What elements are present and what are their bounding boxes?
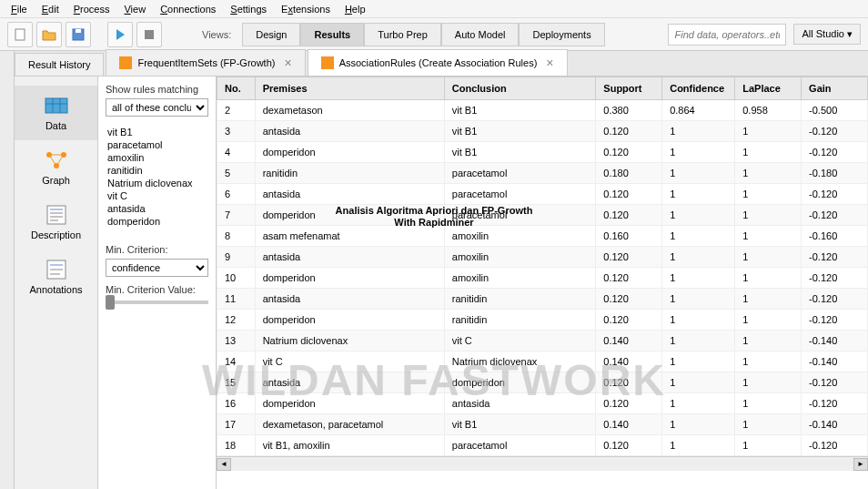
studio-dropdown[interactable]: All Studio ▾ xyxy=(793,24,861,45)
cell-support: 0.140 xyxy=(596,414,662,435)
table-row[interactable]: 14vit CNatrium diclovenax0.14011-0.140 xyxy=(217,351,868,372)
list-item[interactable]: domperidon xyxy=(107,215,207,228)
table-row[interactable]: 15antasidadomperidon0.12011-0.120 xyxy=(217,372,868,393)
graph-icon xyxy=(42,149,71,171)
menu-connections[interactable]: Connections xyxy=(153,2,223,16)
cell-confidence: 1 xyxy=(662,247,735,268)
list-item[interactable]: vit B1 xyxy=(107,126,207,138)
list-item[interactable]: paracetamol xyxy=(107,138,207,151)
view-turbo-prep[interactable]: Turbo Prep xyxy=(364,23,441,46)
annotations-icon xyxy=(42,259,71,280)
view-design[interactable]: Design xyxy=(242,23,300,46)
menu-process[interactable]: Process xyxy=(66,2,117,16)
document-icon xyxy=(13,27,27,42)
cell-conclusion: paracetamol xyxy=(444,205,596,226)
cell-conclusion: paracetamol xyxy=(444,435,596,456)
cell-laplace: 0.958 xyxy=(735,100,802,121)
cell-conclusion: vit B1 xyxy=(444,121,596,142)
menu-help[interactable]: Help xyxy=(338,2,373,16)
view-deployments[interactable]: Deployments xyxy=(519,23,604,46)
tab-result-history[interactable]: Result History xyxy=(15,53,104,76)
new-button[interactable] xyxy=(7,22,33,47)
slider-thumb[interactable] xyxy=(106,295,115,310)
min-criterion-select[interactable]: confidence xyxy=(106,259,208,277)
side-nav: DataGraphDescriptionAnnotations xyxy=(15,76,98,489)
table-row[interactable]: 17dexametason, paracetamolvit B10.14011-… xyxy=(217,414,868,435)
run-button[interactable] xyxy=(107,22,133,47)
cell-conclusion: antasida xyxy=(444,393,596,414)
view-auto-model[interactable]: Auto Model xyxy=(441,23,520,46)
list-item[interactable]: Natrium diclovenax xyxy=(107,177,207,189)
tab-label: Result History xyxy=(28,59,90,70)
cell-no: 13 xyxy=(217,331,256,351)
conclusions-select[interactable]: all of these conclusions: xyxy=(106,98,208,117)
list-item[interactable]: antasida xyxy=(107,202,207,215)
table-row[interactable]: 10domperidonamoxilin0.12011-0.120 xyxy=(217,268,868,289)
col-confidence[interactable]: Confidence xyxy=(662,77,735,100)
col-laplace[interactable]: LaPlace xyxy=(735,77,802,100)
col-premises[interactable]: Premises xyxy=(255,77,444,100)
cell-premises: antasida xyxy=(255,247,444,268)
svg-rect-0 xyxy=(15,29,25,40)
tab-associationrules-create-association-rules-[interactable]: AssociationRules (Create Association Rul… xyxy=(308,49,568,76)
list-item[interactable]: ranitidin xyxy=(107,164,207,177)
tab-frequentitemsets-fp-growth-[interactable]: FrequentItemSets (FP-Growth)× xyxy=(106,49,305,76)
table-row[interactable]: 13Natrium diclovenaxvit C0.14011-0.140 xyxy=(217,331,868,351)
side-description[interactable]: Description xyxy=(15,195,97,250)
side-graph[interactable]: Graph xyxy=(15,140,97,195)
col-gain[interactable]: Gain xyxy=(802,77,868,100)
min-value-slider[interactable] xyxy=(106,301,208,304)
folder-icon xyxy=(42,27,56,42)
table-row[interactable]: 8asam mefenamatamoxilin0.16011-0.160 xyxy=(217,226,868,247)
scroll-right-arrow[interactable]: ► xyxy=(853,458,868,471)
side-data[interactable]: Data xyxy=(15,86,97,140)
table-row[interactable]: 9antasidaamoxilin0.12011-0.120 xyxy=(217,247,868,268)
horizontal-scrollbar[interactable]: ◄ ► xyxy=(217,456,868,471)
menu-settings[interactable]: Settings xyxy=(223,2,274,16)
open-button[interactable] xyxy=(36,22,62,47)
conclusions-list[interactable]: vit B1paracetamolamoxilinranitidinNatriu… xyxy=(106,124,208,233)
table-row[interactable]: 16domperidonantasida0.12011-0.120 xyxy=(217,393,868,414)
table-row[interactable]: 5ranitidinparacetamol0.18011-0.180 xyxy=(217,163,868,184)
table-row[interactable]: 7domperidonparacetamol0.12011-0.120 xyxy=(217,205,868,226)
cell-premises: dexametason, paracetamol xyxy=(255,414,444,435)
cell-support: 0.120 xyxy=(596,142,662,163)
show-rules-label: Show rules matching xyxy=(106,84,208,95)
menu-file[interactable]: File xyxy=(4,2,35,16)
table-row[interactable]: 6antasidaparacetamol0.12011-0.120 xyxy=(217,184,868,205)
table-row[interactable]: 12domperidonranitidin0.12011-0.120 xyxy=(217,310,868,331)
list-item[interactable]: vit C xyxy=(107,189,207,202)
cell-gain: -0.160 xyxy=(802,226,868,247)
col-no[interactable]: No. xyxy=(217,77,256,100)
stop-button[interactable] xyxy=(136,22,162,47)
table-row[interactable]: 18vit B1, amoxilinparacetamol0.12011-0.1… xyxy=(217,435,868,456)
svg-rect-4 xyxy=(45,98,67,113)
close-icon[interactable]: × xyxy=(284,56,291,70)
cell-premises: antasida xyxy=(255,121,444,142)
svg-rect-14 xyxy=(47,206,66,224)
cell-gain: -0.120 xyxy=(802,435,868,456)
view-results[interactable]: Results xyxy=(300,23,364,46)
menu-extensions[interactable]: Extensions xyxy=(274,2,338,16)
close-icon[interactable]: × xyxy=(546,56,553,70)
cell-premises: domperidon xyxy=(255,393,444,414)
save-icon xyxy=(71,27,86,42)
table-row[interactable]: 3antasidavit B10.12011-0.120 xyxy=(217,121,868,142)
table-row[interactable]: 2dexametasonvit B10.3800.8640.958-0.500 xyxy=(217,100,868,121)
tab-label: FrequentItemSets (FP-Growth) xyxy=(137,57,275,68)
table-row[interactable]: 4domperidonvit B10.12011-0.120 xyxy=(217,142,868,163)
toolbar: Views: DesignResultsTurbo PrepAuto Model… xyxy=(0,18,868,51)
cell-premises: antasida xyxy=(255,372,444,393)
list-item[interactable]: amoxilin xyxy=(107,151,207,164)
col-conclusion[interactable]: Conclusion xyxy=(444,77,596,100)
table-row[interactable]: 11antasidaranitidin0.12011-0.120 xyxy=(217,289,868,310)
col-support[interactable]: Support xyxy=(596,77,662,100)
scroll-left-arrow[interactable]: ◄ xyxy=(217,458,231,471)
cell-support: 0.120 xyxy=(596,184,662,205)
save-button[interactable] xyxy=(66,22,91,47)
side-annotations[interactable]: Annotations xyxy=(15,250,97,304)
search-input[interactable] xyxy=(668,24,786,46)
menu-view[interactable]: View xyxy=(116,2,153,16)
menu-edit[interactable]: Edit xyxy=(35,2,66,16)
cell-conclusion: domperidon xyxy=(444,372,596,393)
